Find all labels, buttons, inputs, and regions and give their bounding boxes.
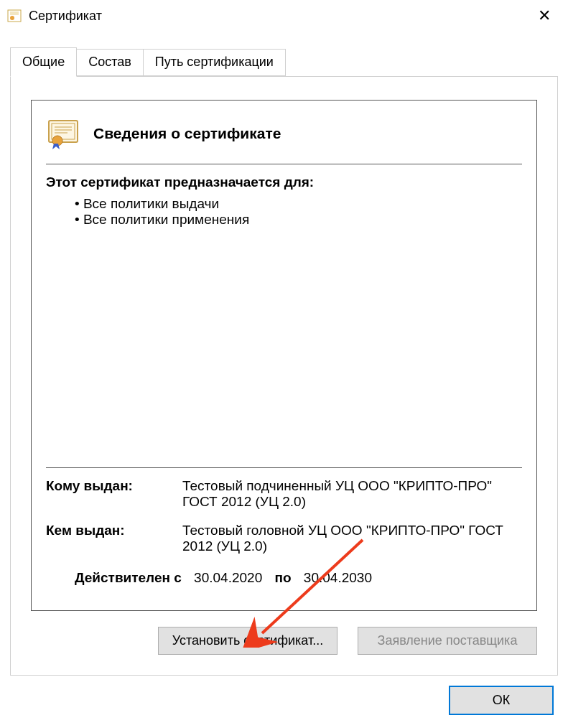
valid-to-value: 30.04.2030 <box>304 570 372 585</box>
tab-cert-path[interactable]: Путь сертификации <box>143 49 286 76</box>
svg-point-1 <box>10 16 14 20</box>
valid-to-label: по <box>274 570 291 585</box>
ok-button[interactable]: ОК <box>449 686 554 715</box>
tab-details[interactable]: Состав <box>76 49 144 76</box>
issued-to-label: Кому выдан: <box>46 478 175 510</box>
tab-strip: Общие Состав Путь сертификации <box>0 32 568 76</box>
certificate-window: Сертификат ✕ Общие Состав Путь сертифика… <box>0 0 568 728</box>
svg-rect-2 <box>10 11 19 15</box>
certificate-app-icon <box>7 9 22 23</box>
issued-by-value: Тестовый головной УЦ ООО "КРИПТО-ПРО" ГО… <box>182 523 522 554</box>
issued-to-value: Тестовый подчиненный УЦ ООО "КРИПТО-ПРО"… <box>182 478 522 510</box>
titlebar: Сертификат ✕ <box>0 0 568 32</box>
tab-content-general: Сведения о сертификате Этот сертификат п… <box>10 76 558 676</box>
vendor-statement-button: Заявление поставщика <box>358 627 537 655</box>
purpose-list: Все политики выдачи Все политики примене… <box>46 196 522 228</box>
install-certificate-button[interactable]: Установить сертификат... <box>158 627 337 655</box>
purpose-item: Все политики выдачи <box>75 196 522 212</box>
divider <box>46 467 522 468</box>
cert-info-heading: Сведения о сертификате <box>93 125 281 142</box>
validity-line: Действителен с 30.04.2020 по 30.04.2030 <box>46 570 522 586</box>
close-button[interactable]: ✕ <box>528 6 561 25</box>
certificate-icon <box>46 116 80 151</box>
issued-by-label: Кем выдан: <box>46 523 175 554</box>
valid-from-label: Действителен с <box>75 570 182 585</box>
window-title: Сертификат <box>29 9 528 24</box>
valid-from-value: 30.04.2020 <box>194 570 262 585</box>
purpose-title: Этот сертификат предназначается для: <box>46 174 522 190</box>
purpose-item: Все политики применения <box>75 212 522 228</box>
divider <box>46 164 522 164</box>
certificate-info-box: Сведения о сертификате Этот сертификат п… <box>31 100 537 611</box>
tab-general[interactable]: Общие <box>10 47 77 77</box>
